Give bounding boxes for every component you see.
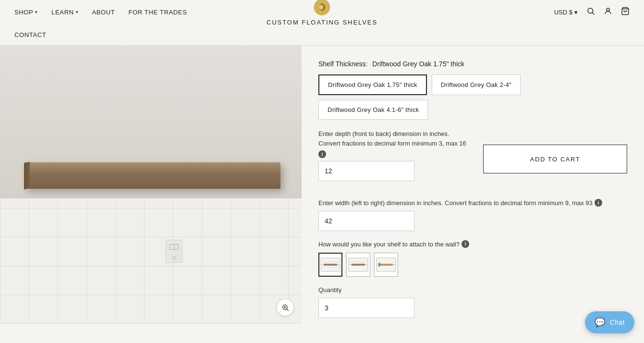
cart-icon bbox=[621, 7, 630, 15]
depth-label: Enter depth (front to back) dimension in… bbox=[318, 129, 469, 158]
outlet-circle bbox=[172, 256, 176, 260]
wall-attach-label: How would you like your shelf to attach … bbox=[318, 240, 627, 249]
chat-widget[interactable]: 💬 Chat bbox=[585, 311, 634, 333]
option-btn-0[interactable]: Driftwood Grey Oak 1.75" thick bbox=[318, 74, 427, 95]
option-btn-2[interactable]: Driftwood Grey Oak 4.1-6" thick bbox=[318, 100, 428, 120]
cart-button[interactable] bbox=[621, 7, 630, 18]
account-button[interactable] bbox=[604, 7, 612, 18]
depth-input[interactable] bbox=[318, 161, 414, 181]
search-button[interactable] bbox=[586, 7, 595, 18]
product-details: Shelf Thickness: Driftwood Grey Oak 1.75… bbox=[302, 46, 644, 324]
wall-option-1[interactable] bbox=[318, 253, 342, 277]
svg-point-19 bbox=[353, 264, 355, 266]
svg-rect-24 bbox=[378, 263, 380, 267]
shelf-thickness-label: Shelf Thickness: Driftwood Grey Oak 1.75… bbox=[318, 60, 627, 68]
nav-left: SHOP ▾ LEARN ▾ ABOUT FOR THE TRADES bbox=[14, 9, 187, 16]
quantity-label: Quantity bbox=[318, 285, 627, 295]
chat-icon: 💬 bbox=[595, 317, 605, 328]
zoom-icon bbox=[281, 304, 289, 311]
account-icon bbox=[604, 7, 612, 15]
svg-point-4 bbox=[607, 8, 609, 11]
wall-options bbox=[318, 253, 627, 277]
wall-diagram-3 bbox=[376, 254, 397, 275]
depth-section: Enter depth (front to back) dimension in… bbox=[318, 129, 469, 181]
svg-point-20 bbox=[361, 264, 363, 266]
logo-icon bbox=[314, 0, 331, 16]
wall-diagram-1 bbox=[320, 254, 341, 275]
nav-contact[interactable]: CONTACT bbox=[14, 31, 46, 38]
wall-tiles bbox=[0, 198, 302, 324]
chat-label: Chat bbox=[610, 318, 625, 326]
logo-center[interactable]: CUSTOM FLOATING SHELVES bbox=[267, 0, 377, 26]
wall-diagram-2 bbox=[348, 254, 369, 275]
svg-line-7 bbox=[287, 309, 289, 311]
zoom-button[interactable] bbox=[277, 299, 294, 316]
learn-chevron-icon: ▾ bbox=[76, 10, 79, 14]
quantity-section: Quantity bbox=[318, 285, 627, 318]
header-top: SHOP ▾ LEARN ▾ ABOUT FOR THE TRADES CUST… bbox=[0, 0, 644, 24]
main-content: Shelf Thickness: Driftwood Grey Oak 1.75… bbox=[0, 46, 644, 324]
option-buttons: Driftwood Grey Oak 1.75" thick Driftwood… bbox=[318, 74, 627, 120]
width-label: Enter width (left to right) dimension in… bbox=[318, 198, 627, 208]
wall-option-2[interactable] bbox=[346, 253, 370, 277]
nav-right: USD $ ▾ bbox=[554, 7, 630, 18]
option-btn-1[interactable]: Driftwood Grey Oak 2-4" bbox=[432, 74, 521, 95]
product-image-area bbox=[0, 46, 302, 324]
svg-point-2 bbox=[588, 8, 593, 13]
svg-rect-23 bbox=[379, 264, 393, 266]
width-input[interactable] bbox=[318, 211, 414, 231]
nav-shop[interactable]: SHOP ▾ bbox=[14, 9, 38, 16]
product-image bbox=[0, 46, 302, 324]
header-bottom: CONTACT bbox=[0, 24, 644, 46]
quantity-input[interactable] bbox=[318, 298, 414, 318]
search-icon bbox=[586, 7, 595, 15]
shelf-side bbox=[24, 162, 30, 190]
wall-attach-info-icon[interactable]: i bbox=[462, 240, 469, 248]
wall-option-3[interactable] bbox=[374, 253, 398, 277]
add-to-cart-button[interactable]: ADD TO CART bbox=[483, 145, 627, 173]
width-info-icon[interactable]: i bbox=[595, 199, 602, 207]
outlet bbox=[166, 240, 182, 263]
svg-line-3 bbox=[592, 12, 594, 14]
svg-point-1 bbox=[319, 5, 324, 10]
nav-learn[interactable]: LEARN ▾ bbox=[51, 9, 78, 16]
nav-about[interactable]: ABOUT bbox=[92, 9, 115, 16]
currency-selector[interactable]: USD $ ▾ bbox=[554, 9, 578, 16]
nav-for-the-trades[interactable]: FOR THE TRADES bbox=[128, 9, 187, 16]
wall-attach-section: How would you like your shelf to attach … bbox=[318, 240, 627, 277]
shelf-3d bbox=[24, 162, 280, 189]
shelf-scene bbox=[0, 46, 302, 324]
shop-chevron-icon: ▾ bbox=[35, 10, 38, 14]
currency-chevron-icon: ▾ bbox=[574, 9, 578, 16]
depth-info-icon[interactable]: i bbox=[318, 150, 326, 158]
logo-text: CUSTOM FLOATING SHELVES bbox=[267, 19, 377, 26]
width-section: Enter width (left to right) dimension in… bbox=[318, 198, 627, 231]
svg-rect-14 bbox=[324, 264, 337, 266]
